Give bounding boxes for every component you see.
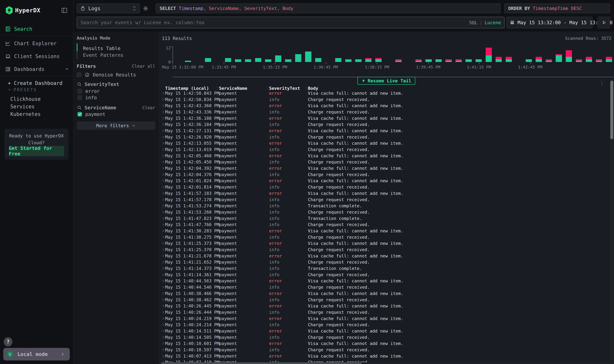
table-row[interactable]: May 15 1:41:47.823 PMpaymentinfoTransact… bbox=[159, 215, 609, 221]
table-row[interactable]: May 15 1:40:26.445 PMpaymenterrorVisa ca… bbox=[159, 303, 609, 309]
horizontal-scrollbar-thumb[interactable] bbox=[161, 363, 362, 364]
histogram-bar[interactable] bbox=[293, 46, 303, 62]
table-row[interactable]: May 15 1:40:14.511 PMpaymenterrorVisa ca… bbox=[159, 328, 609, 334]
order-by-input[interactable]: ORDER BY TimestampTime DESC bbox=[504, 3, 610, 13]
sidebar-item-dashboards[interactable]: Dashboards bbox=[5, 65, 69, 73]
table-row[interactable]: May 15 1:41:21.678 PMpaymenterrorVisa ca… bbox=[159, 253, 609, 259]
clear-group-button[interactable]: Clear bbox=[142, 105, 155, 110]
table-row[interactable]: May 15 1:40:24.214 PMpaymentinfoCharge r… bbox=[159, 322, 609, 328]
table-row[interactable]: May 15 1:40:14.505 PMpaymentinfoCharge r… bbox=[159, 334, 609, 340]
clear-all-button[interactable]: Clear all bbox=[132, 64, 155, 69]
histogram-bar[interactable] bbox=[534, 46, 544, 62]
get-started-button[interactable]: Get Started for Free bbox=[9, 146, 64, 156]
table-row[interactable]: May 15 1:40:44.546 PMpaymentinfoCharge r… bbox=[159, 284, 609, 290]
histogram-bar[interactable] bbox=[253, 46, 263, 62]
row-expand-chevron-icon[interactable] bbox=[162, 154, 165, 157]
resume-live-tail-button[interactable]: Resume Live Tail bbox=[357, 77, 415, 85]
table-row[interactable]: May 15 1:42:26.920 PMpaymentinfoCharge r… bbox=[159, 134, 609, 140]
row-expand-chevron-icon[interactable] bbox=[162, 336, 165, 339]
row-expand-chevron-icon[interactable] bbox=[162, 223, 165, 226]
histogram-bar[interactable] bbox=[514, 46, 524, 62]
error-checkbox[interactable] bbox=[78, 89, 82, 93]
sidebar-item-client-sessions[interactable]: Client Sessions bbox=[5, 52, 69, 60]
row-expand-chevron-icon[interactable] bbox=[162, 242, 165, 245]
row-expand-chevron-icon[interactable] bbox=[162, 167, 165, 170]
table-row[interactable]: May 15 1:42:50.843 PMpaymenterrorVisa ca… bbox=[159, 90, 609, 96]
table-row[interactable]: May 15 1:42:13.019 PMpaymentinfoCharge r… bbox=[159, 146, 609, 153]
vertical-scrollbar-thumb[interactable] bbox=[610, 81, 613, 139]
table-row[interactable]: May 15 1:40:24.219 PMpaymenterrorVisa ca… bbox=[159, 315, 609, 322]
histogram-bar[interactable] bbox=[173, 46, 183, 62]
histogram-bar[interactable] bbox=[303, 46, 313, 62]
table-row[interactable]: May 15 1:42:43.360 PMpaymenterrorVisa ca… bbox=[159, 103, 609, 109]
table-row[interactable]: May 15 1:42:43.336 PMpaymentinfoCharge r… bbox=[159, 109, 609, 115]
table-row[interactable]: May 15 1:42:04.376 PMpaymentinfoCharge r… bbox=[159, 171, 609, 178]
row-expand-chevron-icon[interactable] bbox=[162, 173, 165, 176]
histogram-bar[interactable] bbox=[414, 46, 424, 62]
row-expand-chevron-icon[interactable] bbox=[162, 323, 165, 326]
row-expand-chevron-icon[interactable] bbox=[162, 198, 165, 201]
table-row[interactable]: May 15 1:40:38.466 PMpaymenterrorVisa ca… bbox=[159, 290, 609, 297]
histogram-bar[interactable] bbox=[373, 46, 383, 62]
histogram-bar[interactable] bbox=[213, 46, 223, 62]
table-row[interactable]: May 15 1:41:57.183 PMpaymenterrorVisa ca… bbox=[159, 190, 609, 196]
tab-event-patterns[interactable]: Event Patterns bbox=[83, 52, 123, 58]
table-row[interactable]: May 15 1:42:05.450 PMpaymentinfoCharge r… bbox=[159, 159, 609, 165]
histogram-bar[interactable] bbox=[584, 46, 594, 62]
gear-icon[interactable] bbox=[143, 6, 148, 11]
row-expand-chevron-icon[interactable] bbox=[162, 217, 165, 220]
table-row[interactable]: May 15 1:41:14.361 PMpaymentinfoCharge r… bbox=[159, 272, 609, 278]
row-expand-chevron-icon[interactable] bbox=[162, 304, 165, 308]
histogram-bar[interactable] bbox=[454, 46, 464, 62]
histogram-bar[interactable] bbox=[554, 46, 564, 62]
help-button[interactable]: ? bbox=[4, 337, 12, 346]
histogram-bar[interactable] bbox=[574, 46, 584, 62]
row-expand-chevron-icon[interactable] bbox=[162, 267, 165, 270]
row-expand-chevron-icon[interactable] bbox=[162, 135, 165, 139]
run-query-button[interactable] bbox=[598, 17, 610, 28]
table-row[interactable]: May 15 1:41:25.373 PMpaymenterrorVisa ca… bbox=[159, 240, 609, 247]
histogram-bar[interactable] bbox=[544, 46, 554, 62]
row-expand-chevron-icon[interactable] bbox=[162, 160, 165, 164]
source-select[interactable]: Logs bbox=[77, 3, 140, 13]
presets-toggle[interactable]: PRESETS bbox=[7, 87, 37, 93]
histogram-bar[interactable] bbox=[524, 46, 534, 62]
histogram-bar[interactable] bbox=[404, 46, 414, 62]
histogram-bar[interactable] bbox=[203, 46, 213, 62]
table-row[interactable]: May 15 1:42:05.460 PMpaymenterrorVisa ca… bbox=[159, 153, 609, 159]
row-expand-chevron-icon[interactable] bbox=[162, 354, 165, 358]
preset-services[interactable]: Services bbox=[10, 103, 35, 110]
row-expand-chevron-icon[interactable] bbox=[162, 229, 165, 233]
row-expand-chevron-icon[interactable] bbox=[162, 273, 165, 276]
table-row[interactable]: May 15 1:41:30.283 PMpaymenterrorVisa ca… bbox=[159, 228, 609, 234]
preset-clickhouse[interactable]: Clickhouse bbox=[10, 95, 41, 103]
chevron-up-icon[interactable] bbox=[64, 67, 69, 72]
preset-kubernetes[interactable]: Kubernetes bbox=[10, 111, 41, 118]
column-resize-handle[interactable]: ⋮ bbox=[304, 86, 308, 90]
table-row[interactable]: May 15 1:42:36.184 PMpaymentinfoCharge r… bbox=[159, 121, 609, 128]
sql-select-input[interactable]: SELECT Timestamp, ServiceName, SeverityT… bbox=[156, 3, 500, 13]
histogram-bar[interactable] bbox=[273, 46, 283, 62]
denoise-checkbox[interactable] bbox=[77, 73, 81, 77]
search-input[interactable] bbox=[80, 20, 469, 26]
vertical-scrollbar[interactable] bbox=[610, 80, 614, 364]
column-resize-handle[interactable]: ⋮ bbox=[265, 86, 269, 90]
horizontal-scrollbar[interactable] bbox=[159, 362, 610, 364]
table-row[interactable]: May 15 1:41:53.274 PMpaymentinfoTransact… bbox=[159, 203, 609, 209]
table-row[interactable]: May 15 1:40:26.444 PMpaymentinfoCharge r… bbox=[159, 309, 609, 315]
table-row[interactable]: May 15 1:41:25.370 PMpaymentinfoCharge r… bbox=[159, 247, 609, 253]
histogram-bar[interactable] bbox=[464, 46, 474, 62]
table-row[interactable]: May 15 1:42:01.814 PMpaymentinfoCharge r… bbox=[159, 184, 609, 190]
query-language-toggle[interactable]: SQL | Lucene bbox=[469, 20, 501, 25]
histogram-bar[interactable] bbox=[263, 46, 273, 62]
histogram-bar[interactable] bbox=[604, 46, 614, 62]
row-expand-chevron-icon[interactable] bbox=[162, 286, 165, 289]
table-row[interactable]: May 15 1:41:47.766 PMpaymentinfoCharge r… bbox=[159, 221, 609, 228]
row-expand-chevron-icon[interactable] bbox=[162, 104, 165, 107]
row-expand-chevron-icon[interactable] bbox=[162, 123, 165, 126]
time-range-picker[interactable]: May 15 13:32:00 - May 15 13:43:00 bbox=[506, 17, 593, 28]
local-mode-menu[interactable]: U Local mode bbox=[3, 348, 70, 361]
table-row[interactable]: May 15 1:40:44.563 PMpaymenterrorVisa ca… bbox=[159, 278, 609, 284]
table-row[interactable]: May 15 1:41:21.652 PMpaymentinfoCharge r… bbox=[159, 259, 609, 265]
row-expand-chevron-icon[interactable] bbox=[162, 254, 165, 258]
